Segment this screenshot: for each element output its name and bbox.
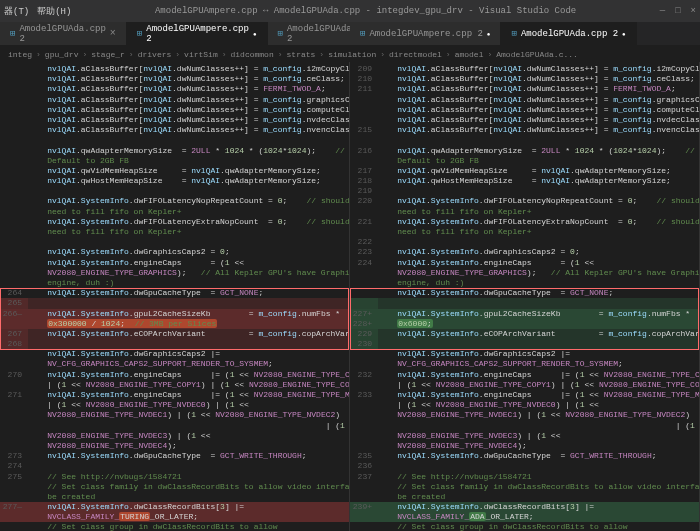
code-line[interactable]: 220 nvlQAI.SystemInfo.dwFIFOLatencyNopRe… [350, 196, 699, 206]
code-line[interactable]: | (1 << NV2080_ENGINE_TYPE_NVDEC0) | (1 … [350, 400, 699, 410]
code-line[interactable]: 230 [350, 339, 699, 349]
breadcrumb-item[interactable]: amodel [455, 50, 484, 59]
code-line[interactable]: nvlQAI.aClassBuffer[nvlQAI.dwNumClasses+… [0, 115, 349, 125]
code-line[interactable]: 273 nvlQAI.SystemInfo.dwGpuCacheType = G… [0, 451, 349, 461]
code-line[interactable]: | (1 << [350, 421, 699, 431]
code-line[interactable]: | (1 << NV2080_ENGINE_TYPE_COPY1) | (1 <… [350, 380, 699, 390]
code-line[interactable]: nvlQAI.aClassBuffer[nvlQAI.dwNumClasses+… [350, 95, 699, 105]
code-line[interactable]: 236 [350, 461, 699, 471]
diff-pane-right[interactable]: 209 nvlQAI.aClassBuffer[nvlQAI.dwNumClas… [350, 62, 700, 531]
breadcrumb-item[interactable]: gpu_drv [45, 50, 79, 59]
code-line[interactable]: nvlQAI.aClassBuffer[nvlQAI.dwNumClasses+… [0, 74, 349, 84]
modified-dot-icon[interactable] [622, 29, 626, 39]
code-line[interactable]: 233 nvlQAI.SystemInfo.engineCaps |= (1 <… [350, 390, 699, 400]
breadcrumb-item[interactable]: stage_r [91, 50, 125, 59]
code-line[interactable]: nvlQAI.aClassBuffer[nvlQAI.dwNumClasses+… [0, 125, 349, 135]
code-line[interactable]: nvlQAI.aClassBuffer[nvlQAI.dwNumClasses+… [0, 105, 349, 115]
breadcrumb-item[interactable]: integ [8, 50, 32, 59]
code-line[interactable]: 237 // See http://nvbugs/1584721 [350, 472, 699, 482]
code-line[interactable]: NV2080_ENGINE_TYPE_NVDEC4); [0, 441, 349, 451]
code-line[interactable]: nvlQAI.SystemInfo.dwFIFOLatencyNopRepeat… [0, 196, 349, 206]
code-line[interactable]: nvlQAI.aClassBuffer[nvlQAI.dwNumClasses+… [0, 95, 349, 105]
breadcrumb-item[interactable]: strats [287, 50, 316, 59]
breadcrumb-item[interactable]: virtSim [184, 50, 218, 59]
code-line[interactable]: | (1 << NV2080_ENGINE_TYPE_NVDEC0) | (1 … [0, 400, 349, 410]
code-line[interactable]: nvlQAI.SystemInfo.dwGraphicsCaps2 = 0; [0, 247, 349, 257]
modified-dot-icon[interactable] [487, 29, 491, 39]
code-line[interactable]: 277— nvlQAI.SystemInfo.dwClassRecordBits… [0, 502, 349, 512]
code-line[interactable]: 267 nvlQAI.SystemInfo.eCOPArchVariant = … [0, 329, 349, 339]
code-line[interactable]: 224 nvlQAI.SystemInfo.engineCaps = (1 << [350, 258, 699, 268]
code-line[interactable]: 264 nvlQAI.SystemInfo.dwGpuCacheType = G… [0, 288, 349, 298]
code-line[interactable]: NV2080_ENGINE_TYPE_GRAPHICS); // All Kep… [0, 268, 349, 278]
menu[interactable]: 器(T) 帮助(H) [4, 5, 71, 18]
code-line[interactable]: NV2080_ENGINE_TYPE_NVDEC1) | (1 << NV208… [0, 410, 349, 420]
code-line[interactable]: // Set class family in dwClassRecordBits… [350, 482, 699, 492]
code-line[interactable]: 217 nvlQAI.qwVidMemHeapSize = nvlQAI.qwA… [350, 166, 699, 176]
code-line[interactable]: nvlQAI.SystemInfo.dwGraphicsCaps2 |= [350, 349, 699, 359]
code-line[interactable]: 215 nvlQAI.aClassBuffer[nvlQAI.dwNumClas… [350, 125, 699, 135]
close-icon[interactable]: × [110, 28, 116, 39]
code-line[interactable]: 275 // See http://nvbugs/1584721 [0, 472, 349, 482]
code-line[interactable]: 219 [350, 186, 699, 196]
code-line[interactable]: 218 nvlQAI.qwHostMemHeapSize = nvlQAI.qw… [350, 176, 699, 186]
maximize-icon[interactable]: □ [675, 6, 680, 16]
code-line[interactable] [0, 237, 349, 247]
code-line[interactable]: // Set class group in dwClassRecordBits … [350, 522, 699, 531]
code-line[interactable]: 268 [0, 339, 349, 349]
breadcrumb-item[interactable]: AmodelGPUAda.c... [496, 50, 578, 59]
code-line[interactable]: NVCLASS_FAMILY_TURING_OR_LATER; [0, 512, 349, 522]
code-line[interactable]: nvlQAI.aClassBuffer[nvlQAI.dwNumClasses+… [0, 84, 349, 94]
code-line[interactable]: nvlQAI.SystemInfo.dwGraphicsCaps2 |= [0, 349, 349, 359]
code-line[interactable]: 270 nvlQAI.SystemInfo.engineCaps |= (1 <… [0, 370, 349, 380]
menu-item[interactable]: 器(T) [4, 5, 29, 18]
code-line[interactable]: | (1 << NV2080_ENGINE_TYPE_COPY1) | (1 <… [0, 380, 349, 390]
code-line[interactable]: nvlQAI.aClassBuffer[nvlQAI.dwNumClasses+… [350, 115, 699, 125]
minimize-icon[interactable]: — [660, 6, 665, 16]
code-line[interactable]: 271 nvlQAI.SystemInfo.engineCaps |= (1 <… [0, 390, 349, 400]
code-line[interactable]: nvlQAI.SystemInfo.dwGpuCacheType = GCT_N… [350, 288, 699, 298]
code-line[interactable]: 210 nvlQAI.aClassBuffer[nvlQAI.dwNumClas… [350, 74, 699, 84]
code-line[interactable]: nvlQAI.aClassBuffer[nvlQAI.dwNumClasses+… [350, 105, 699, 115]
code-line[interactable] [0, 186, 349, 196]
code-line[interactable]: 265 [0, 298, 349, 308]
code-line[interactable]: // Set class family in dwClassRecordBits… [0, 482, 349, 492]
code-line[interactable]: 235 nvlQAI.SystemInfo.dwGpuCacheType = G… [350, 451, 699, 461]
breadcrumb-item[interactable]: drivers [138, 50, 172, 59]
code-line[interactable]: 239+ nvlQAI.SystemInfo.dwClassRecordBits… [350, 502, 699, 512]
code-line[interactable]: nvlQAI.aClassBuffer[nvlQAI.dwNumClasses+… [0, 64, 349, 74]
code-line[interactable]: 223 nvlQAI.SystemInfo.dwGraphicsCaps2 = … [350, 247, 699, 257]
code-line[interactable]: be created [350, 492, 699, 502]
tab[interactable]: ⊞AmodelGPUAda.cpp 2× [0, 22, 127, 45]
code-line[interactable]: need to fill fifo on Kepler+ [0, 207, 349, 217]
code-line[interactable]: engine, duh :) [350, 278, 699, 288]
code-line[interactable]: nvlQAI.SystemInfo.dwFIFOLatencyExtraNopC… [0, 217, 349, 227]
code-line[interactable]: 211 nvlQAI.aClassBuffer[nvlQAI.dwNumClas… [350, 84, 699, 94]
code-line[interactable]: NV_CFG_GRAPHICS_CAPS2_SUPPORT_RENDER_TO_… [350, 359, 699, 369]
code-line[interactable]: nvlQAI.SystemInfo.engineCaps = (1 << [0, 258, 349, 268]
tab[interactable]: ⊞AmodelGPUAda.cpp 2 [501, 22, 636, 45]
code-line[interactable]: be created [0, 492, 349, 502]
code-line[interactable]: NV2080_ENGINE_TYPE_NVDEC3) | (1 << [0, 431, 349, 441]
code-line[interactable]: 232 nvlQAI.SystemInfo.engineCaps |= (1 <… [350, 370, 699, 380]
code-line[interactable]: nvlQAI.qwAdapterMemorySize = 2ULL * 1024… [0, 146, 349, 156]
code-line[interactable] [350, 298, 699, 308]
code-line[interactable]: 209 nvlQAI.aClassBuffer[nvlQAI.dwNumClas… [350, 64, 699, 74]
code-line[interactable]: | (1 << [0, 421, 349, 431]
code-line[interactable] [350, 135, 699, 145]
code-line[interactable]: Default to 2GB FB [350, 156, 699, 166]
code-line[interactable]: 216 nvlQAI.qwAdapterMemorySize = 2ULL * … [350, 146, 699, 156]
code-line[interactable]: engine, duh :) [0, 278, 349, 288]
code-line[interactable]: need to fill fifo on Kepler+ [350, 207, 699, 217]
code-line[interactable]: 221 nvlQAI.SystemInfo.dwFIFOLatencyExtra… [350, 217, 699, 227]
code-line[interactable]: 228+ 0x6000; [350, 319, 699, 329]
code-line[interactable]: 227+ nvlQAI.SystemInfo.gpuL2CacheSizeKb … [350, 309, 699, 319]
code-line[interactable]: 274 [0, 461, 349, 471]
code-line[interactable]: NV2080_ENGINE_TYPE_NVDEC3) | (1 << [350, 431, 699, 441]
code-line[interactable]: NV2080_ENGINE_TYPE_GRAPHICS); // All Kep… [350, 268, 699, 278]
code-line[interactable]: NV2080_ENGINE_TYPE_NVDEC1) | (1 << NV208… [350, 410, 699, 420]
code-line[interactable]: 266— nvlQAI.SystemInfo.gpuL2CacheSizeKb … [0, 309, 349, 319]
code-line[interactable]: nvlQAI.qwHostMemHeapSize = nvlQAI.qwAdap… [0, 176, 349, 186]
diff-pane-left[interactable]: nvlQAI.aClassBuffer[nvlQAI.dwNumClasses+… [0, 62, 350, 531]
breadcrumb-item[interactable]: simulation [328, 50, 376, 59]
